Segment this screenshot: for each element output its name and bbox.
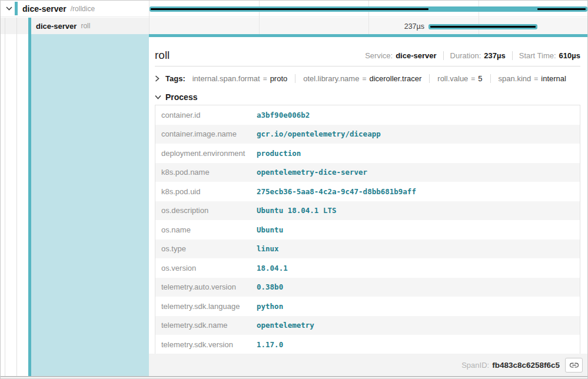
bottom-border — [1, 376, 587, 377]
span-overview: Service: dice-server Duration: 237µs Sta… — [365, 51, 580, 62]
process-key: telemetry.sdk.language — [155, 302, 257, 311]
process-key: container.image.name — [155, 129, 257, 138]
tags-section-label: Tags: — [165, 74, 185, 83]
process-value: 1.17.0 — [257, 340, 283, 349]
span-name-column-roll[interactable]: dice-server roll — [1, 18, 149, 34]
overview-start-time: Start Time: 610µs — [512, 51, 580, 60]
span-service-name: dice-server — [36, 22, 77, 31]
selected-row-highlight — [31, 34, 149, 376]
tag-equals: = — [263, 75, 267, 83]
span-color-accent-bar — [149, 34, 587, 37]
chevron-down-icon — [155, 94, 161, 100]
span-detail-footer: SpanID: fb483c8c6258f6c5 — [149, 354, 587, 376]
process-row: telemetry.sdk.name opentelemetry — [155, 316, 580, 335]
process-row: container.id a3bf90e006b2 — [155, 105, 580, 125]
process-row: os.type linux — [155, 240, 580, 259]
process-section-label: Process — [165, 92, 197, 102]
span-operation-name: roll — [81, 22, 90, 30]
chevron-right-icon — [155, 75, 161, 82]
span-detail-panel: roll Service: dice-server Duration: 237µ… — [149, 34, 587, 376]
span-detail-row: roll Service: dice-server Duration: 237µ… — [1, 34, 587, 376]
span-bar-roll[interactable] — [428, 24, 537, 29]
process-toggle-row[interactable]: Process — [155, 91, 580, 102]
critical-path-segment — [151, 8, 428, 10]
process-row: telemetry.sdk.version 1.17.0 — [155, 335, 580, 354]
span-color-indicator — [15, 2, 18, 15]
tag-item: internal.span.format = proto — [192, 74, 288, 83]
service-label: Service: — [365, 51, 393, 60]
tag-item: roll.value = 5 — [429, 74, 482, 83]
process-value: gcr.io/opentelemetry/diceapp — [257, 129, 381, 138]
service-value: dice-server — [396, 51, 436, 60]
spanid-value: fb483c8c6258f6c5 — [492, 361, 560, 370]
process-value: Ubuntu 18.04.1 LTS — [257, 206, 336, 215]
process-key-value-table: container.id a3bf90e006b2 container.imag… — [155, 105, 580, 355]
span-service-name: dice-server — [22, 4, 67, 14]
process-row: os.name Ubuntu — [155, 220, 580, 240]
deep-link-button[interactable] — [565, 358, 583, 373]
tag-value: proto — [270, 74, 288, 83]
overview-duration: Duration: 237µs — [443, 51, 506, 60]
process-value: linux — [257, 244, 279, 253]
span-detail-title: roll — [155, 49, 170, 62]
process-key: deployment.environment — [155, 149, 257, 158]
process-value: 275ecb36-5aa8-4c2a-9c47-d8bb681b9aff — [257, 187, 416, 196]
process-row: os.description Ubuntu 18.04.1 LTS — [155, 201, 580, 221]
tag-item: otel.library.name = diceroller.tracer — [295, 74, 421, 83]
process-key: os.type — [155, 244, 257, 253]
process-row: k8s.pod.name opentelemetry-dice-server — [155, 163, 580, 182]
process-row: container.image.name gcr.io/opentelemetr… — [155, 125, 580, 144]
span-detail-header: roll Service: dice-server Duration: 237µ… — [155, 44, 580, 62]
process-row: deployment.environment production — [155, 144, 580, 163]
process-key: k8s.pod.name — [155, 168, 257, 177]
spanid-label: SpanID: — [461, 361, 489, 370]
duration-label: Duration: — [450, 51, 481, 60]
indent-guide — [16, 34, 17, 376]
indent-guide — [5, 18, 5, 34]
process-key: telemetry.auto.version — [155, 282, 257, 291]
process-key: telemetry.sdk.name — [155, 321, 257, 330]
process-value: production — [257, 149, 301, 158]
tag-value: diceroller.tracer — [369, 74, 421, 83]
process-key: telemetry.sdk.version — [155, 340, 257, 349]
span-color-indicator — [28, 18, 31, 34]
process-key: k8s.pod.uid — [155, 187, 257, 196]
tag-equals: = — [534, 75, 538, 83]
span-bar-rolldice[interactable] — [150, 6, 587, 12]
jaeger-trace-timeline-view: dice-server /rolldice dice-server roll 2… — [0, 0, 588, 379]
tag-value: internal — [541, 74, 566, 83]
duration-value: 237µs — [484, 51, 505, 60]
process-value: 18.04.1 — [257, 264, 288, 272]
tag-equals: = — [471, 75, 475, 83]
process-value: Ubuntu — [257, 225, 283, 234]
process-row: telemetry.sdk.language python — [155, 297, 580, 316]
tag-item: span.kind = internal — [490, 74, 566, 83]
process-value: opentelemetry — [257, 321, 314, 330]
indent-guide — [5, 34, 5, 376]
tag-value: 5 — [478, 74, 482, 83]
chevron-down-icon — [6, 6, 12, 11]
selected-span-left-strip[interactable] — [1, 34, 149, 376]
tag-key: otel.library.name — [303, 74, 359, 83]
process-key: os.description — [155, 206, 257, 215]
process-row: os.version 18.04.1 — [155, 258, 580, 278]
overview-service: Service: dice-server — [365, 51, 436, 60]
tag-key: span.kind — [499, 74, 531, 83]
span-rows: dice-server /rolldice dice-server roll 2… — [1, 1, 587, 34]
critical-path-segment — [430, 26, 536, 28]
span-operation-name: /rolldice — [71, 5, 95, 13]
tags-toggle-row[interactable]: Tags: internal.span.format = proto otel.… — [155, 71, 580, 86]
process-value: python — [257, 302, 283, 311]
process-row: telemetry.auto.version 0.38b0 — [155, 278, 580, 297]
tag-key: internal.span.format — [192, 74, 260, 83]
process-row: k8s.pod.uid 275ecb36-5aa8-4c2a-9c47-d8bb… — [155, 182, 580, 201]
indent-guide — [16, 18, 17, 34]
start-time-label: Start Time: — [519, 51, 556, 60]
tag-equals: = — [362, 75, 366, 83]
collapse-children-button[interactable] — [5, 5, 12, 12]
span-name-column-rolldice[interactable]: dice-server /rolldice — [1, 1, 149, 16]
header-divider — [155, 66, 580, 67]
critical-path-segment — [537, 8, 586, 10]
process-value: a3bf90e006b2 — [257, 111, 310, 119]
process-value: 0.38b0 — [257, 282, 283, 291]
